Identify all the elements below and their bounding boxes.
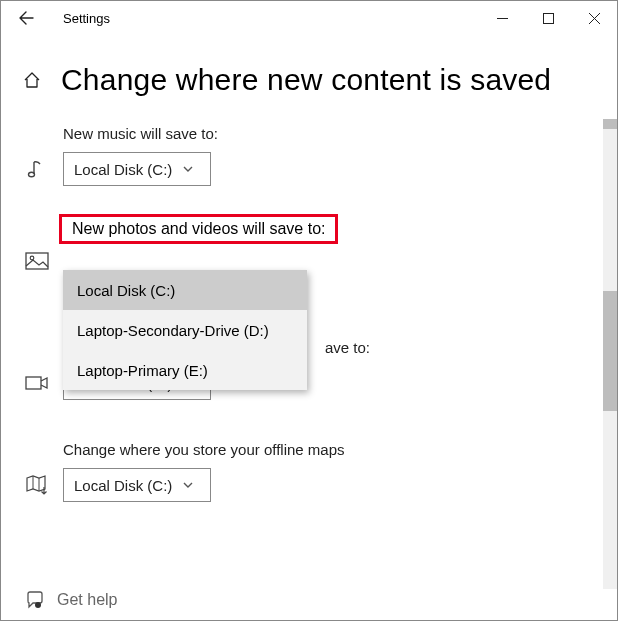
chat-icon (25, 590, 45, 610)
svg-point-4 (29, 172, 35, 177)
dropdown-option-2[interactable]: Laptop-Primary (E:) (63, 350, 307, 390)
maximize-button[interactable] (525, 1, 571, 35)
content-area: New music will save to: Local Disk (C:) … (1, 107, 617, 577)
maximize-icon (543, 13, 554, 24)
page-heading-row: Change where new content is saved (1, 35, 617, 107)
svg-rect-7 (26, 377, 41, 389)
title-bar: Settings (1, 1, 617, 35)
photos-label-highlight: New photos and videos will save to: (59, 214, 338, 244)
home-icon (19, 70, 45, 90)
photos-dropdown-list[interactable]: Local Disk (C:) Laptop-Secondary-Drive (… (63, 270, 307, 390)
section-photos: New photos and videos will save to: (25, 214, 603, 272)
movies-icon (25, 374, 63, 392)
music-icon (25, 158, 63, 180)
photos-label: New photos and videos will save to: (72, 220, 325, 237)
get-help-link[interactable]: Get help (25, 590, 117, 610)
page-title: Change where new content is saved (61, 63, 551, 97)
chevron-down-icon (182, 479, 194, 491)
section-maps: Change where you store your offline maps… (25, 441, 603, 502)
music-dropdown[interactable]: Local Disk (C:) (63, 152, 211, 186)
get-help-label: Get help (57, 591, 117, 609)
svg-rect-5 (26, 253, 48, 269)
chevron-down-icon (182, 163, 194, 175)
window-controls (479, 1, 617, 35)
photos-icon (25, 252, 63, 272)
close-button[interactable] (571, 1, 617, 35)
svg-point-6 (30, 256, 34, 260)
section-music: New music will save to: Local Disk (C:) (25, 125, 603, 186)
dropdown-option-label: Local Disk (C:) (77, 282, 175, 299)
app-title: Settings (63, 11, 110, 26)
maps-icon (25, 474, 63, 496)
minimize-icon (497, 13, 508, 24)
svg-rect-1 (543, 13, 553, 23)
maps-label: Change where you store your offline maps (25, 441, 603, 458)
back-arrow-icon (18, 10, 34, 26)
maps-dropdown[interactable]: Local Disk (C:) (63, 468, 211, 502)
dropdown-option-1[interactable]: Laptop-Secondary-Drive (D:) (63, 310, 307, 350)
music-label: New music will save to: (25, 125, 603, 142)
close-icon (589, 13, 600, 24)
dropdown-option-label: Laptop-Primary (E:) (77, 362, 208, 379)
maps-dropdown-value: Local Disk (C:) (74, 477, 172, 494)
minimize-button[interactable] (479, 1, 525, 35)
back-button[interactable] (11, 3, 41, 33)
svg-point-8 (35, 602, 41, 608)
dropdown-option-0[interactable]: Local Disk (C:) (63, 270, 307, 310)
music-dropdown-value: Local Disk (C:) (74, 161, 172, 178)
dropdown-option-label: Laptop-Secondary-Drive (D:) (77, 322, 269, 339)
